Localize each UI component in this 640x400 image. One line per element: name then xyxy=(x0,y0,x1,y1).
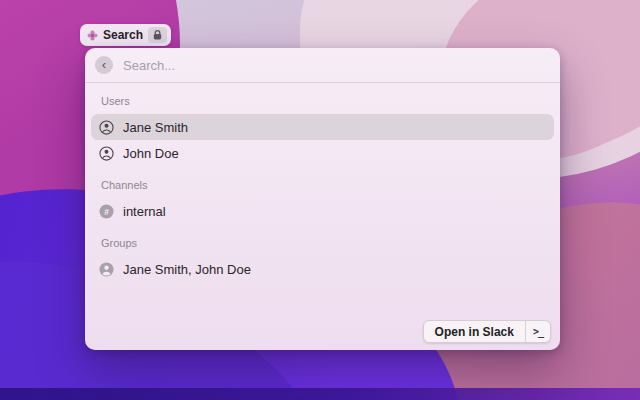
app-flower-icon xyxy=(87,30,98,41)
svg-text:#: # xyxy=(104,206,109,216)
list-item-label: Jane Smith, John Doe xyxy=(123,262,251,277)
list-item-label: Jane Smith xyxy=(123,120,188,135)
hash-circle-icon: # xyxy=(99,204,114,219)
window-title: Search xyxy=(103,28,143,42)
search-header: ‹ xyxy=(85,48,560,83)
list-item-user[interactable]: Jane Smith xyxy=(91,114,554,140)
lock-icon xyxy=(153,30,162,40)
person-circle-icon xyxy=(99,146,114,161)
open-in-slack-button[interactable]: Open in Slack >_ xyxy=(423,320,551,343)
list-item-label: John Doe xyxy=(123,146,179,161)
lock-badge xyxy=(148,27,167,43)
search-input[interactable] xyxy=(123,58,550,73)
chevron-left-icon: ‹ xyxy=(102,58,106,71)
wallpaper-shape xyxy=(0,388,640,400)
list-item-label: internal xyxy=(123,204,166,219)
shortcut-key-icon: >_ xyxy=(525,321,550,342)
search-panel-window: ‹ Users Jane Smith John Doe Channels xyxy=(85,48,560,350)
back-button[interactable]: ‹ xyxy=(95,56,113,74)
section-label-channels: Channels xyxy=(101,179,544,191)
window-title-tab[interactable]: Search xyxy=(80,24,171,46)
list-item-channel[interactable]: # internal xyxy=(91,198,554,224)
list-item-user[interactable]: John Doe xyxy=(91,140,554,166)
person-circle-icon xyxy=(99,120,114,135)
section-label-users: Users xyxy=(101,95,544,107)
section-label-groups: Groups xyxy=(101,237,544,249)
list-item-group[interactable]: Jane Smith, John Doe xyxy=(91,256,554,282)
open-in-slack-label: Open in Slack xyxy=(424,321,525,342)
person-circle-fill-icon xyxy=(99,262,114,277)
